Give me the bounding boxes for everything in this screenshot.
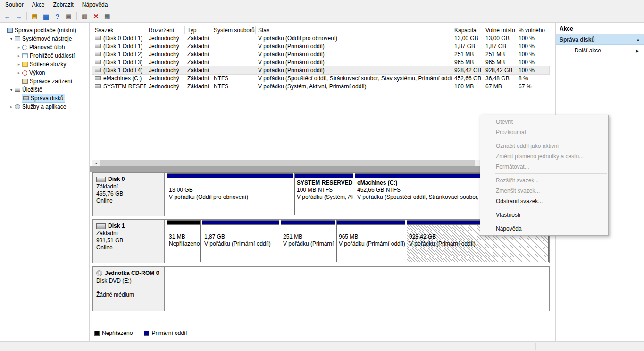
tree-item-task-scheduler[interactable]: ▸ Plánovač úloh bbox=[0, 43, 89, 51]
partition-system-reserved[interactable]: SYSTEM RESERVED 100 MB NTFS V pořádku (S… bbox=[294, 173, 353, 215]
disk1-header[interactable]: Disk 1 Základní 931,51 GB Online bbox=[93, 220, 165, 263]
scroll-left-arrow-icon[interactable]: ◂ bbox=[92, 160, 100, 166]
menu-item-oznacit-aktivni[interactable]: Označit oddíl jako aktivní bbox=[480, 141, 608, 151]
column-header-pct-volneho[interactable]: % volného bbox=[516, 26, 549, 34]
menu-item-zmenit-pismeno[interactable]: Změnit písmeno jednotky a cestu... bbox=[480, 151, 608, 162]
column-header-stav[interactable]: Stav bbox=[256, 26, 452, 34]
tree-item-computer-management[interactable]: Správa počítače (místní) bbox=[0, 26, 89, 34]
volume-fs: NTFS bbox=[211, 75, 256, 82]
statusbar-divider bbox=[535, 343, 536, 350]
volume-name: SYSTEM RESERVED bbox=[103, 83, 146, 90]
volume-row-selected[interactable]: (Disk 1 Oddíl 4) Jednoduchý Základní V p… bbox=[92, 66, 549, 74]
tree-item-storage[interactable]: ▾ Úložiště bbox=[0, 86, 89, 94]
partition-disk1-2[interactable]: 251 MB V pořádku (Primární oddíl) bbox=[281, 220, 335, 262]
column-header-system-souboru[interactable]: Systém souborů bbox=[211, 26, 256, 34]
volume-capacity: 965 MB bbox=[452, 59, 483, 66]
primary-partition-strip bbox=[167, 174, 293, 178]
partition-unallocated[interactable]: 31 MB Nepřiřazeno bbox=[167, 220, 201, 262]
primary-partition-strip bbox=[337, 221, 405, 225]
disk-type: Disk DVD (E:) bbox=[96, 277, 161, 284]
collapse-arrow-icon[interactable]: ▾ bbox=[8, 36, 14, 41]
collapse-section-icon[interactable]: ▲ bbox=[636, 37, 640, 42]
menu-item-prozkoumat[interactable]: Prozkoumat bbox=[480, 127, 608, 137]
volume-pct-free: 8 % bbox=[516, 75, 549, 82]
volume-row[interactable]: eMachines (C:) Jednoduchý Základní NTFS … bbox=[92, 74, 549, 82]
volume-row[interactable]: (Disk 1 Oddíl 2) Jednoduchý Základní V p… bbox=[92, 50, 549, 58]
partition-disk1-3[interactable]: 965 MB V pořádku (Primární oddíl) bbox=[336, 220, 405, 262]
menu-item-zmensit-svazek[interactable]: Zmenšit svazek... bbox=[480, 186, 608, 196]
tree-item-event-viewer[interactable]: ▸ Prohlížeč událostí bbox=[0, 51, 89, 60]
menu-item-napoveda[interactable]: Nápověda bbox=[480, 223, 608, 234]
volume-icon bbox=[95, 52, 101, 56]
volume-row[interactable]: SYSTEM RESERVED Jednoduchý Základní NTFS… bbox=[92, 82, 549, 90]
menu-item-vlastnosti[interactable]: Vlastnosti bbox=[480, 210, 608, 220]
export-list-icon[interactable]: ▦ bbox=[41, 11, 51, 22]
action-pane-icon[interactable]: ▥ bbox=[79, 11, 90, 22]
column-header-typ[interactable]: Typ bbox=[185, 26, 211, 34]
tree-item-disk-management[interactable]: Správa disků bbox=[0, 94, 89, 103]
menu-item-otevrit[interactable]: Otevřít bbox=[480, 117, 608, 127]
more-actions[interactable]: Další akce ▶ bbox=[556, 45, 644, 56]
volume-name: eMachines (C:) bbox=[103, 75, 142, 82]
volume-layout: Jednoduchý bbox=[146, 43, 185, 50]
cdrom-header[interactable]: Jednotka CD-ROM 0 Disk DVD (E:) Žádné mé… bbox=[93, 267, 165, 311]
forward-icon[interactable]: → bbox=[13, 11, 24, 22]
delete-volume-icon[interactable]: ✕ bbox=[91, 11, 101, 22]
volume-name: (Disk 0 Oddíl 1) bbox=[103, 35, 142, 42]
disk-name: Disk 1 bbox=[108, 223, 125, 230]
volume-row[interactable]: (Disk 1 Oddíl 1) Jednoduchý Základní V p… bbox=[92, 42, 549, 50]
tree-item-device-manager[interactable]: Správce zařízení bbox=[0, 77, 89, 86]
expand-arrow-icon[interactable]: ▸ bbox=[8, 104, 14, 109]
partition-size: 13,00 GB bbox=[169, 187, 291, 194]
tree-item-performance[interactable]: ▸ Výkon bbox=[0, 68, 89, 77]
column-header-svazek[interactable]: Svazek bbox=[92, 26, 146, 34]
actions-section-disk-management[interactable]: Správa disků ▲ bbox=[556, 34, 644, 45]
tree-item-label: Výkon bbox=[29, 69, 45, 76]
disk-size bbox=[96, 284, 161, 291]
folder-icon[interactable]: ▤ bbox=[29, 11, 40, 22]
expand-arrow-icon[interactable]: ▸ bbox=[16, 70, 22, 75]
menu-napoveda[interactable]: Nápověda bbox=[78, 0, 112, 10]
volume-fs: NTFS bbox=[211, 83, 256, 90]
tree-item-label: Úložiště bbox=[22, 86, 42, 93]
column-header-kapacita[interactable]: Kapacita bbox=[452, 26, 483, 34]
volume-name: (Disk 1 Oddíl 1) bbox=[103, 43, 142, 50]
help-icon[interactable]: ? bbox=[52, 11, 63, 22]
column-header-rozvrzeni[interactable]: Rozvržení bbox=[146, 26, 185, 34]
views-icon[interactable]: ▦ bbox=[102, 11, 113, 22]
tree-item-system-tools[interactable]: ▾ Systémové nástroje bbox=[0, 34, 89, 43]
volume-pct-free: 67 % bbox=[516, 83, 549, 90]
tree-item-shared-folders[interactable]: ▸ Sdílené složky bbox=[0, 60, 89, 68]
volume-icon bbox=[95, 60, 101, 64]
volume-type: Základní bbox=[185, 59, 211, 66]
volume-row[interactable]: (Disk 0 Oddíl 1) Jednoduchý Základní V p… bbox=[92, 34, 549, 42]
menu-zobrazit[interactable]: Zobrazit bbox=[49, 0, 77, 10]
disk0-header[interactable]: Disk 0 Základní 465,76 GB Online bbox=[93, 173, 165, 216]
performance-icon bbox=[22, 70, 27, 76]
selected-tree-item[interactable]: Správa disků bbox=[22, 94, 65, 103]
menu-item-rozsirit-svazek[interactable]: Rozšířit svazek... bbox=[480, 175, 608, 186]
menu-soubor[interactable]: Soubor bbox=[1, 0, 28, 10]
expand-arrow-icon[interactable]: ▸ bbox=[16, 62, 22, 67]
more-actions-arrow-icon[interactable]: ▶ bbox=[636, 48, 639, 53]
expand-arrow-icon[interactable]: ▸ bbox=[16, 45, 22, 50]
scrollbar-thumb[interactable] bbox=[100, 160, 475, 166]
console-window-icon[interactable]: ▣ bbox=[63, 11, 74, 22]
collapse-arrow-icon[interactable]: ▾ bbox=[8, 87, 14, 92]
menu-akce[interactable]: Akce bbox=[28, 0, 49, 10]
menu-item-odstranit-svazek[interactable]: Odstranit svazek... bbox=[480, 196, 608, 206]
disk-type: Základní bbox=[96, 183, 161, 190]
volume-name: (Disk 1 Oddíl 4) bbox=[103, 67, 142, 74]
volume-layout: Jednoduchý bbox=[146, 75, 185, 82]
column-header-volne-misto[interactable]: Volné místo bbox=[483, 26, 516, 34]
partition-recovery[interactable]: 13,00 GB V pořádku (Oddíl pro obnovení) bbox=[167, 173, 293, 215]
menu-separator bbox=[495, 139, 607, 139]
partition-name bbox=[204, 226, 277, 233]
expand-arrow-icon[interactable]: ▸ bbox=[16, 53, 22, 58]
volume-row[interactable]: (Disk 1 Oddíl 3) Jednoduchý Základní V p… bbox=[92, 58, 549, 66]
back-icon[interactable]: ← bbox=[2, 11, 13, 22]
unallocated-color-swatch bbox=[94, 331, 100, 336]
tree-item-services-apps[interactable]: ▸ Služby a aplikace bbox=[0, 103, 89, 111]
menu-item-formatovat[interactable]: Formátovat... bbox=[480, 162, 608, 172]
partition-disk1-1[interactable]: 1,87 GB V pořádku (Primární oddíl) bbox=[202, 220, 279, 262]
